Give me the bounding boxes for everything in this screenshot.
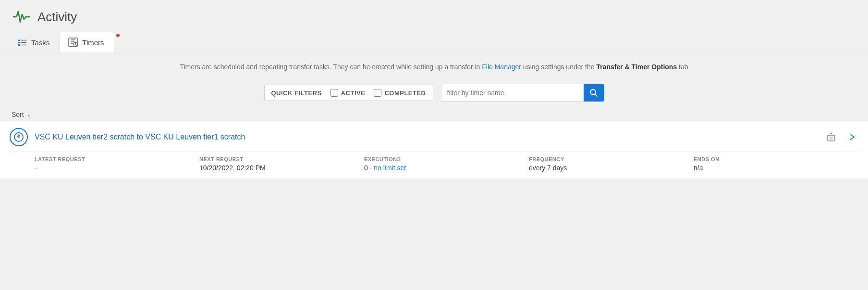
page-header: Activity: [0, 0, 868, 32]
timer-expand-button[interactable]: [846, 131, 858, 143]
info-text-part3: tab: [677, 63, 688, 71]
next-request-col: NEXT REQUEST 10/20/2022, 02:20 PM: [199, 156, 364, 172]
timer-details: LATEST REQUEST - NEXT REQUEST 10/20/2022…: [10, 151, 858, 178]
timer-name-link[interactable]: VSC KU Leuven tier2 scratch to VSC KU Le…: [35, 133, 245, 141]
search-button[interactable]: [584, 84, 604, 101]
transfer-options-text: Transfer & Timer Options: [596, 63, 677, 71]
search-box: [441, 84, 604, 102]
tasks-icon: [18, 38, 27, 47]
completed-filter[interactable]: COMPLETED: [374, 89, 426, 97]
active-checkbox[interactable]: [330, 89, 338, 97]
svg-point-12: [73, 42, 77, 46]
svg-rect-4: [18, 44, 20, 46]
timer-header-right: [824, 130, 858, 144]
timer-header-left: VSC KU Leuven tier2 scratch to VSC KU Le…: [10, 128, 245, 146]
info-text-part2: using settings under the: [521, 63, 596, 71]
timer-status-icon: [10, 128, 28, 146]
search-input[interactable]: [441, 85, 584, 101]
executions-value: 0 - no limit set: [364, 164, 529, 172]
timer-header-row: VSC KU Leuven tier2 scratch to VSC KU Le…: [10, 128, 858, 151]
tab-tasks-label: Tasks: [31, 38, 49, 47]
tabs-bar: Tasks Timers: [0, 32, 868, 52]
svg-rect-17: [828, 135, 834, 141]
tab-tasks[interactable]: Tasks: [10, 32, 60, 52]
timer-item: VSC KU Leuven tier2 scratch to VSC KU Le…: [0, 121, 868, 178]
filters-row: QUICK FILTERS ACTIVE COMPLETED: [0, 80, 868, 108]
latest-request-value: -: [35, 164, 199, 172]
active-filter[interactable]: ACTIVE: [330, 89, 366, 97]
file-manager-link[interactable]: File Manager: [482, 63, 521, 71]
ends-on-label: ENDS ON: [694, 156, 858, 162]
info-text-part1: Timers are scheduled and repeating trans…: [180, 63, 482, 71]
sort-row: Sort ⌄: [0, 108, 868, 121]
completed-label: COMPLETED: [384, 89, 426, 97]
svg-rect-2: [18, 42, 20, 43]
info-text: Timers are scheduled and repeating trans…: [0, 52, 868, 80]
sort-label[interactable]: Sort: [12, 111, 24, 118]
completed-checkbox[interactable]: [374, 89, 381, 97]
svg-line-14: [595, 94, 597, 97]
active-label: ACTIVE: [341, 89, 366, 97]
timers-icon: [68, 37, 78, 48]
tab-timers-label: Timers: [82, 38, 104, 47]
latest-request-label: LATEST REQUEST: [35, 156, 199, 162]
timer-delete-button[interactable]: [824, 130, 838, 144]
tab-timers[interactable]: Timers: [60, 32, 114, 52]
quick-filters-box: QUICK FILTERS ACTIVE COMPLETED: [264, 85, 433, 101]
activity-icon: [12, 7, 32, 27]
executions-count: 0 -: [364, 164, 374, 172]
page-title: Activity: [37, 10, 77, 25]
latest-request-col: LATEST REQUEST -: [35, 156, 199, 172]
next-request-label: NEXT REQUEST: [199, 156, 364, 162]
svg-point-16: [18, 137, 20, 138]
ends-on-value: n/a: [694, 164, 858, 172]
next-request-value: 10/20/2022, 02:20 PM: [199, 164, 364, 172]
frequency-value: every 7 days: [529, 164, 694, 172]
executions-col: EXECUTIONS 0 - no limit set: [364, 156, 529, 172]
notification-dot: [116, 34, 120, 37]
quick-filters-label: QUICK FILTERS: [271, 89, 322, 97]
frequency-col: FREQUENCY every 7 days: [529, 156, 694, 172]
sort-chevron-icon[interactable]: ⌄: [27, 111, 32, 118]
executions-label: EXECUTIONS: [364, 156, 529, 162]
frequency-label: FREQUENCY: [529, 156, 694, 162]
content-area: Timers are scheduled and repeating trans…: [0, 52, 868, 178]
executions-link[interactable]: no limit set: [374, 164, 406, 172]
ends-on-col: ENDS ON n/a: [694, 156, 858, 172]
